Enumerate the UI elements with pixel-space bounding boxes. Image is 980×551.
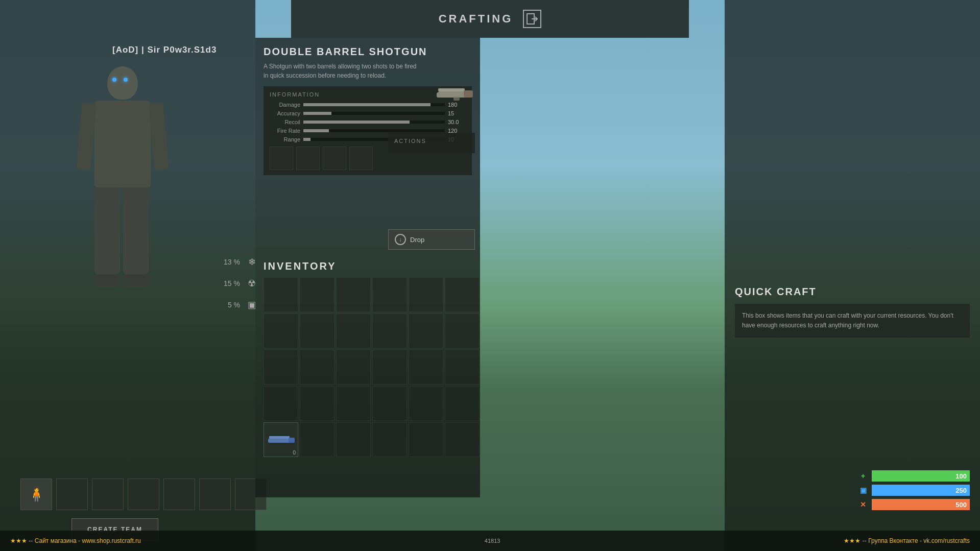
char-eyes bbox=[112, 78, 128, 82]
char-body bbox=[94, 101, 151, 187]
inventory-section: INVENTORY bbox=[255, 252, 480, 465]
inv-cell-4-4[interactable] bbox=[409, 422, 443, 457]
food-bar-fill bbox=[872, 485, 970, 496]
recoil-label: Recoil bbox=[270, 119, 300, 125]
firerate-label: Fire Rate bbox=[270, 128, 300, 134]
inv-cell-2-1[interactable] bbox=[300, 350, 334, 385]
water-bar-bg: 500 bbox=[872, 499, 970, 510]
radiation-pct: 15 % bbox=[220, 279, 240, 288]
inv-cell-4-2[interactable] bbox=[336, 422, 371, 457]
recoil-value: 30.0 bbox=[448, 119, 466, 125]
inv-cell-3-0[interactable] bbox=[264, 386, 298, 421]
char-eye-left bbox=[112, 78, 116, 82]
water-value: 500 bbox=[955, 501, 967, 509]
main-panel: DOUBLE BARREL SHOTGUN A Shotgun with two… bbox=[255, 38, 480, 497]
actions-section: ACTIONS bbox=[388, 133, 475, 153]
bottom-center-text: 41813 bbox=[485, 538, 500, 544]
inv-cell-3-1[interactable] bbox=[300, 386, 334, 421]
cold-pct: 13 % bbox=[220, 258, 240, 266]
inv-cell-0-1[interactable] bbox=[300, 277, 334, 312]
inv-cell-4-5[interactable] bbox=[445, 422, 480, 457]
char-foot-left bbox=[94, 274, 120, 287]
health-bar-bg: 100 bbox=[872, 470, 970, 482]
inv-cell-1-5[interactable] bbox=[445, 314, 480, 348]
drop-button[interactable]: ↓ Drop bbox=[388, 229, 475, 250]
resource-row-food: ▣ 250 bbox=[857, 485, 970, 496]
water-icon: ✕ bbox=[857, 499, 869, 510]
inventory-title: INVENTORY bbox=[264, 260, 472, 272]
svg-rect-8 bbox=[269, 436, 290, 439]
recoil-bar bbox=[303, 121, 410, 124]
equip-slot-5[interactable] bbox=[199, 478, 231, 510]
inv-cell-2-2[interactable] bbox=[336, 350, 371, 385]
stat-recoil: Recoil 30.0 bbox=[270, 119, 466, 125]
char-foot-right bbox=[123, 274, 149, 287]
item-slot-4[interactable] bbox=[349, 147, 373, 170]
water-bar-fill bbox=[872, 499, 970, 510]
inv-cell-2-4[interactable] bbox=[409, 350, 443, 385]
inv-cell-0-3[interactable] bbox=[372, 277, 407, 312]
inv-cell-0-0[interactable] bbox=[264, 277, 298, 312]
food-bar-bg: 250 bbox=[872, 485, 970, 496]
equip-slot-character[interactable]: 🧍 bbox=[20, 478, 52, 510]
health-value: 100 bbox=[955, 472, 967, 480]
item-slot-1[interactable] bbox=[270, 147, 293, 170]
char-eye-right bbox=[124, 78, 128, 82]
item-title: DOUBLE BARREL SHOTGUN bbox=[264, 46, 472, 58]
inv-cell-2-0[interactable] bbox=[264, 350, 298, 385]
accuracy-value: 15 bbox=[448, 110, 466, 116]
inv-cell-0-5[interactable] bbox=[445, 277, 480, 312]
accuracy-bar-container bbox=[303, 112, 445, 115]
inv-cell-1-1[interactable] bbox=[300, 314, 334, 348]
item-slot-2[interactable] bbox=[296, 147, 320, 170]
char-feet bbox=[94, 274, 151, 287]
right-panel: QUICK CRAFT This box shows items that yo… bbox=[725, 0, 980, 551]
food-icon: ▣ bbox=[857, 485, 869, 496]
equipment-slots: 🧍 bbox=[20, 478, 267, 510]
inv-cell-4-0[interactable]: 0 bbox=[264, 422, 298, 457]
inv-cell-3-5[interactable] bbox=[445, 386, 480, 421]
crafting-title: CRAFTING bbox=[439, 12, 513, 26]
inv-cell-3-2[interactable] bbox=[336, 386, 371, 421]
inv-cell-1-2[interactable] bbox=[336, 314, 371, 348]
inv-cell-1-0[interactable] bbox=[264, 314, 298, 348]
char-arm-left bbox=[76, 103, 96, 170]
health-icon: + bbox=[857, 470, 869, 482]
bottom-left-text: ★★★ -- Сайт магазина - www.shop.rustcraf… bbox=[10, 537, 141, 544]
equip-slot-3[interactable] bbox=[128, 478, 159, 510]
inv-cell-3-3[interactable] bbox=[372, 386, 407, 421]
inv-cell-0-4[interactable] bbox=[409, 277, 443, 312]
inv-cell-0-2[interactable] bbox=[336, 277, 371, 312]
inv-cell-3-4[interactable] bbox=[409, 386, 443, 421]
equip-slot-2[interactable] bbox=[92, 478, 124, 510]
character-figure bbox=[66, 66, 179, 312]
resource-bars: + 100 ▣ 250 ✕ 500 bbox=[857, 470, 970, 510]
inv-cell-1-3[interactable] bbox=[372, 314, 407, 348]
inv-cell-4-1[interactable] bbox=[300, 422, 334, 457]
inv-cell-2-3[interactable] bbox=[372, 350, 407, 385]
svg-rect-4 bbox=[438, 91, 465, 94]
item-description: A Shotgun with two barrels allowing two … bbox=[264, 62, 417, 80]
health-bar-fill bbox=[872, 470, 970, 482]
character-area bbox=[51, 56, 194, 322]
inventory-shotgun-item: 0 bbox=[264, 423, 298, 457]
food-value: 250 bbox=[955, 487, 967, 494]
equip-slot-4[interactable] bbox=[163, 478, 195, 510]
item-slot-3[interactable] bbox=[323, 147, 346, 170]
ui-overlay: CRAFTING [AoD] | Sir P0w3r.S1d3 bbox=[0, 0, 980, 551]
inv-cell-1-4[interactable] bbox=[409, 314, 443, 348]
inv-cell-4-3[interactable] bbox=[372, 422, 407, 457]
inv-cell-2-5[interactable] bbox=[445, 350, 480, 385]
accuracy-bar bbox=[303, 112, 331, 115]
indicator-armor: 5 % ▣ bbox=[220, 298, 258, 312]
char-leg-left bbox=[94, 187, 120, 274]
char-leg-right bbox=[123, 187, 149, 274]
equip-slot-1[interactable] bbox=[56, 478, 88, 510]
exit-button[interactable] bbox=[523, 10, 541, 28]
bottom-bar: ★★★ -- Сайт магазина - www.shop.rustcraf… bbox=[0, 531, 980, 551]
top-bar: CRAFTING bbox=[291, 0, 689, 38]
range-bar bbox=[303, 138, 310, 141]
svg-rect-7 bbox=[268, 439, 291, 443]
char-arm-right bbox=[149, 103, 169, 170]
drop-icon: ↓ bbox=[395, 234, 406, 245]
